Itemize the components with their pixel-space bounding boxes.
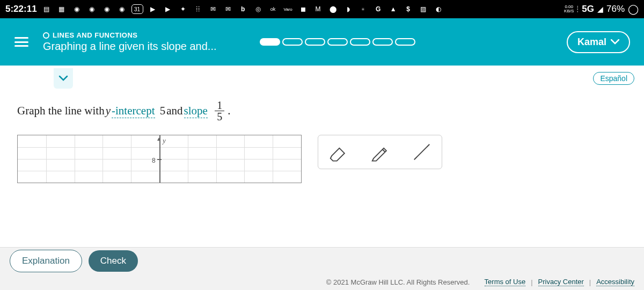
y-axis-label: y [163,136,166,145]
android-status-bar: 5:22:11 ▤ ▦ ◉ ◉ ◉ ◉ 31 ▶ ▶ ✦ ⵂⵂ ✉ ✉ b ◎ … [0,0,644,18]
header-titles: LINES AND FUNCTIONS Graphing a line give… [43,29,217,55]
tick-label-8: 8 [152,157,156,164]
page-title: Graphing a line given its slope and... [43,40,217,53]
battery-label: 76% [606,4,625,15]
footer: © 2021 McGraw Hill LLC. All Rights Reser… [0,274,644,290]
chevron-down-icon [58,75,68,82]
app-icon-7: ✦ [178,4,188,15]
square-icon: ◼ [298,4,309,15]
app-icon-6: ◉ [116,4,127,15]
user-name: Kamal [577,37,606,48]
app-icon-4: ◉ [86,4,97,15]
b-icon: b [238,4,248,15]
play-icon-2: ▶ [163,4,173,15]
app-icon-2: ▦ [56,4,67,15]
dollar-icon: $ [403,4,414,15]
status-time: 5:22:11 [5,4,37,15]
action-bar: Explanation Check [0,247,644,274]
tunes-icon: ≡ [358,4,369,15]
drop-icon-1: ⬤ [328,4,339,15]
progress-bar [260,38,415,46]
check-button[interactable]: Check [89,250,138,272]
graph-canvas[interactable]: ▴ y 8 [17,135,302,183]
explanation-button[interactable]: Explanation [10,250,82,272]
network-label: 5G [582,4,594,15]
progress-seg [282,38,303,46]
progress-seg [327,38,348,46]
slope-fraction: 1 5 [215,100,224,122]
drop-icon-2: ◗ [343,4,354,15]
app-icon-3: ◉ [71,4,82,15]
tool-palette [318,135,442,169]
intercept-value: 5 [160,104,166,118]
term-intercept[interactable]: -intercept [112,104,155,118]
play-icon-1: ▶ [148,4,158,15]
copyright: © 2021 McGraw Hill LLC. All Rights Reser… [326,278,470,286]
app-icon-m: ⵂⵂ [193,4,203,15]
line-segment-icon [412,142,432,162]
warning-icon: ▲ [388,4,399,15]
section-eyebrow: LINES AND FUNCTIONS [53,31,138,39]
target-icon: ◎ [253,4,264,15]
accessibility-link[interactable]: Accessibility [596,278,634,286]
progress-seg [305,38,325,46]
progress-seg [350,38,370,46]
circle-icon [43,32,49,39]
eraser-icon [328,142,348,162]
app-icon-1: ▤ [41,4,52,15]
term-slope[interactable]: slope [184,104,208,118]
progress-seg [372,38,393,46]
privacy-link[interactable]: Privacy Center [538,278,584,286]
chevron-down-icon [611,39,619,45]
expand-tab[interactable] [54,68,73,89]
pencil-tool[interactable] [370,142,390,162]
app-header: LINES AND FUNCTIONS Graphing a line give… [0,18,644,66]
image-icon: ▨ [418,4,429,15]
m-icon: M [313,4,324,15]
vibrate-icon: ⦙ [577,5,579,14]
progress-seg [395,38,415,46]
menu-button[interactable] [0,37,43,47]
language-button[interactable]: Español [593,72,634,85]
hamburger-icon [14,37,28,47]
arrow-up-icon: ▴ [157,135,160,142]
mail-icon-2: ✉ [223,4,233,15]
terms-link[interactable]: Terms of Use [485,278,526,286]
calendar-icon: 31 [131,4,143,14]
app-icon-5: ◉ [101,4,112,15]
mail-icon-1: ✉ [208,4,218,15]
varo-icon: Varo [283,4,294,15]
line-tool[interactable] [412,142,432,162]
eraser-tool[interactable] [328,142,348,162]
user-menu[interactable]: Kamal [567,31,630,53]
g-icon: G [373,4,384,15]
data-rate: 0.00 KB/S [564,5,574,13]
battery-icon: ◯ [628,3,639,15]
ball-icon: ◐ [433,4,444,15]
signal-icon: ◢ [597,5,603,13]
question-prompt: Graph the line with y -intercept 5 and s… [13,91,634,135]
pencil-icon [370,142,390,162]
content-area: Español Graph the line with y -intercept… [0,66,644,247]
ok-icon: ok [268,4,279,15]
y-variable: y [106,104,111,118]
progress-seg [260,38,280,46]
